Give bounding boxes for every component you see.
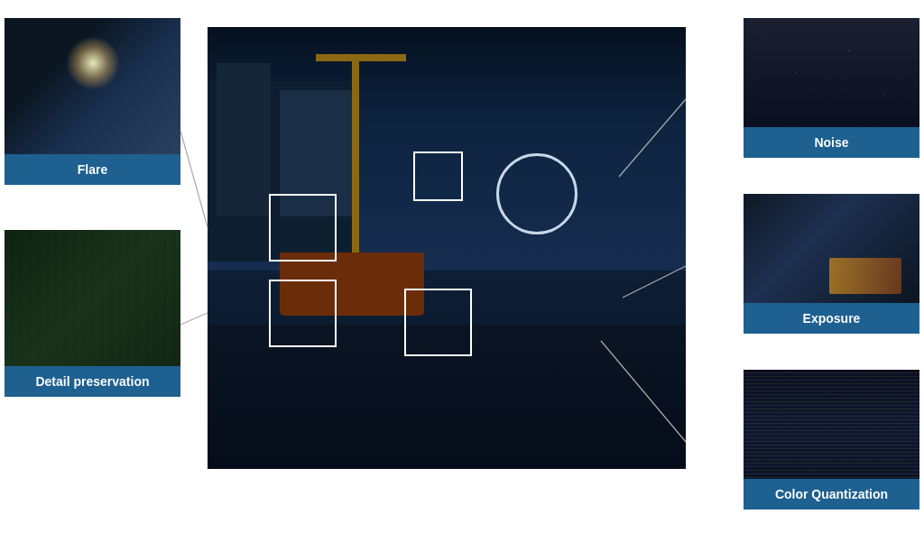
main-container: Flare Detail preservation Noise Exposure… xyxy=(0,0,924,560)
dome-building xyxy=(496,153,578,234)
detail-label: Detail preservation xyxy=(5,366,180,397)
crane-arm xyxy=(316,54,406,61)
detail-image xyxy=(5,230,180,366)
thumbnail-noise: Noise xyxy=(744,18,919,158)
noise-image xyxy=(744,18,919,127)
exposure-label: Exposure xyxy=(744,303,919,334)
selection-box-water xyxy=(404,289,472,356)
svg-line-1 xyxy=(180,313,208,325)
selection-box-flare xyxy=(269,194,337,262)
selection-box-detail xyxy=(269,280,337,347)
building-1 xyxy=(217,63,271,216)
flare-label: Flare xyxy=(5,154,180,185)
color-quant-image xyxy=(744,370,919,479)
thumbnail-detail-preservation: Detail preservation xyxy=(5,230,180,397)
svg-line-0 xyxy=(180,131,208,227)
color-quant-label: Color Quantization xyxy=(744,479,919,510)
flare-image xyxy=(5,18,180,154)
selection-box-dome xyxy=(413,151,463,201)
thumbnail-color-quantization: Color Quantization xyxy=(744,370,919,510)
exposure-image xyxy=(744,194,919,303)
main-photo xyxy=(208,27,686,469)
noise-label: Noise xyxy=(744,127,919,158)
thumbnail-flare: Flare xyxy=(5,18,180,185)
thumbnail-exposure: Exposure xyxy=(744,194,919,334)
